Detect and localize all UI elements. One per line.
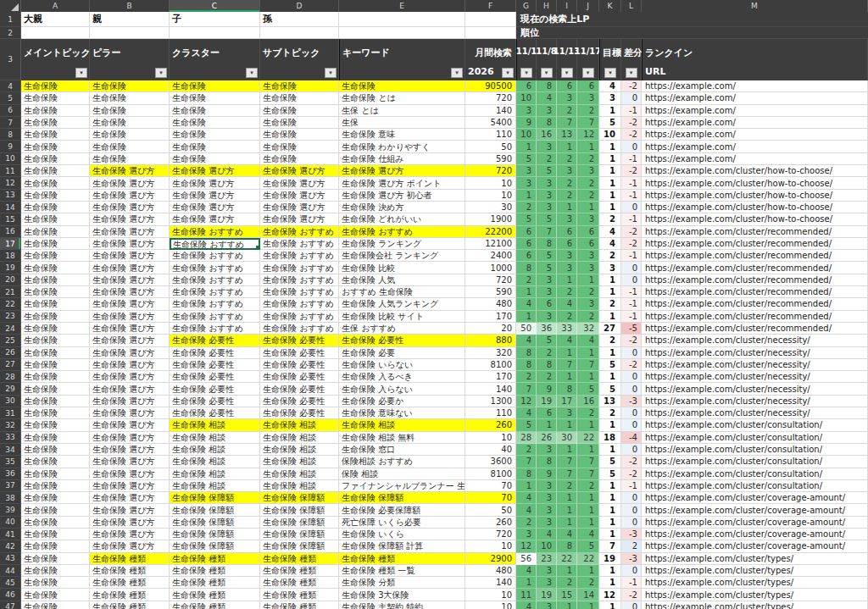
cell-F13[interactable]: 10 <box>465 190 516 202</box>
header-cell-keyword[interactable]: キーワード ▾ <box>339 39 465 80</box>
cell-C42[interactable]: 生命保険 保障額 <box>170 540 260 552</box>
cell-K30[interactable]: 13 <box>599 396 621 407</box>
fill-handle[interactable] <box>255 245 259 249</box>
cell-A30[interactable]: 生命保険 <box>21 396 90 407</box>
cell-H46[interactable]: 19 <box>537 589 557 601</box>
cell-H28[interactable]: 2 <box>537 371 557 383</box>
cell-G16[interactable]: 6 <box>516 226 537 238</box>
cell-A10[interactable]: 生命保険 <box>21 153 90 165</box>
cell-G42[interactable]: 12 <box>516 540 537 552</box>
cell-K36[interactable]: 5 <box>599 468 621 480</box>
cell-D36[interactable]: 生命保険 相談 <box>260 468 339 480</box>
cell-M33[interactable]: https://example.com/cluster/consultation… <box>642 432 868 444</box>
cell-D7[interactable]: 生命保険 <box>260 117 339 129</box>
cell-D17[interactable]: 生命保険 おすすめ <box>260 238 339 250</box>
cell-A7[interactable]: 生命保険 <box>21 117 90 129</box>
cell-G22[interactable]: 4 <box>516 298 537 310</box>
cell-J47[interactable]: 1 <box>577 601 599 609</box>
column-header-I[interactable]: I <box>557 0 577 12</box>
cell-B30[interactable]: 生命保険 選び方 <box>90 396 170 407</box>
cell-M42[interactable]: https://example.com/cluster/coverage-amo… <box>642 540 868 552</box>
cell-I21[interactable]: 2 <box>557 286 577 298</box>
cell-E11[interactable]: 生命保険 選び方 <box>339 165 465 177</box>
cell-A32[interactable]: 生命保険 <box>21 419 90 431</box>
row-header-2[interactable]: 2 <box>0 27 21 39</box>
cell-G12[interactable]: 3 <box>516 177 537 189</box>
cell-I23[interactable]: 2 <box>557 311 577 323</box>
cell-J7[interactable]: 7 <box>577 117 599 129</box>
cell-D16[interactable]: 生命保険 おすすめ <box>260 226 339 238</box>
cell-C47[interactable]: 生命保険 種類 <box>170 601 260 609</box>
cell-C21[interactable]: 生命保険 おすすめ <box>170 286 260 298</box>
cell-H30[interactable]: 19 <box>537 396 557 407</box>
cell-B23[interactable]: 生命保険 選び方 <box>90 311 170 323</box>
row-header-31[interactable]: 31 <box>0 407 21 419</box>
cell-A27[interactable]: 生命保険 <box>21 359 90 371</box>
cell-J27[interactable]: 7 <box>577 359 599 371</box>
cell-K7[interactable]: 5 <box>599 117 621 129</box>
cell-H25[interactable]: 5 <box>537 335 557 346</box>
cell-C38[interactable]: 生命保険 保障額 <box>170 492 260 504</box>
cell-L37[interactable]: -1 <box>621 480 642 492</box>
cell-B19[interactable]: 生命保険 選び方 <box>90 262 170 274</box>
cell-H19[interactable]: 5 <box>537 262 557 274</box>
cell-B12[interactable]: 生命保険 選び方 <box>90 177 170 189</box>
cell-B35[interactable]: 生命保険 選び方 <box>90 456 170 468</box>
cell-B34[interactable]: 生命保険 選び方 <box>90 444 170 456</box>
filter-button-E[interactable]: ▾ <box>451 68 463 78</box>
cell-L36[interactable]: -2 <box>621 468 642 480</box>
cell-B39[interactable]: 生命保険 選び方 <box>90 504 170 516</box>
cell-J8[interactable]: 12 <box>577 129 599 141</box>
cell-M11[interactable]: https://example.com/cluster/how-to-choos… <box>642 165 868 177</box>
cell-C32[interactable]: 生命保険 相談 <box>170 419 260 431</box>
cell-H10[interactable]: 2 <box>537 153 557 165</box>
cell-K31[interactable]: 2 <box>599 407 621 419</box>
cell-I26[interactable]: 1 <box>557 347 577 359</box>
cell-F21[interactable]: 590 <box>465 286 516 298</box>
filter-button-L[interactable]: ▾ <box>626 68 637 78</box>
cell-A19[interactable]: 生命保険 <box>21 262 90 274</box>
cell-D30[interactable]: 生命保険 必要性 <box>260 396 339 407</box>
cell-B28[interactable]: 生命保険 選び方 <box>90 371 170 383</box>
cell-H35[interactable]: 8 <box>537 456 557 468</box>
cell-I44[interactable]: 1 <box>557 565 577 577</box>
cell-I37[interactable]: 2 <box>557 480 577 492</box>
cell-C19[interactable]: 生命保険 おすすめ <box>170 262 260 274</box>
cell-B13[interactable]: 生命保険 選び方 <box>90 190 170 202</box>
row-header-1[interactable]: 1 <box>0 12 21 27</box>
cell-E21[interactable]: おすすめ 生命保険 <box>339 286 465 298</box>
cell-A18[interactable]: 生命保険 <box>21 250 90 262</box>
header-cell-maintopic[interactable]: メイントピック ▾ <box>21 39 90 80</box>
cell-L25[interactable]: -2 <box>621 335 642 346</box>
cell-I39[interactable]: 1 <box>557 504 577 516</box>
cell-B43[interactable]: 生命保険 種類 <box>90 553 170 565</box>
cell-A47[interactable]: 生命保険 <box>21 601 90 609</box>
cell-F41[interactable]: 720 <box>465 529 516 540</box>
cell-I7[interactable]: 7 <box>557 117 577 129</box>
cell-F14[interactable]: 30 <box>465 202 516 213</box>
cell-I43[interactable]: 22 <box>557 553 577 565</box>
cell-B17[interactable]: 生命保険 選び方 <box>90 238 170 250</box>
cell-H41[interactable]: 4 <box>537 529 557 540</box>
cell-A34[interactable]: 生命保険 <box>21 444 90 456</box>
cell-B26[interactable]: 生命保険 選び方 <box>90 347 170 359</box>
cell-K11[interactable]: 1 <box>599 165 621 177</box>
cell-L28[interactable]: 0 <box>621 371 642 383</box>
cell-E42[interactable]: 生命保険 保障額 計算 <box>339 540 465 552</box>
cell-L34[interactable]: 0 <box>621 444 642 456</box>
row-header-25[interactable]: 25 <box>0 335 21 346</box>
cell-G2-rank-label[interactable]: 順位 <box>516 27 868 39</box>
cell-D13[interactable]: 生命保険 選び方 <box>260 190 339 202</box>
cell-A1[interactable]: 大親 <box>21 12 90 27</box>
cell-H13[interactable]: 3 <box>537 190 557 202</box>
cell-F18[interactable]: 2400 <box>465 250 516 262</box>
cell-J14[interactable]: 1 <box>577 202 599 213</box>
row-header-7[interactable]: 7 <box>0 117 21 129</box>
cell-E6[interactable]: 生保 とは <box>339 105 465 117</box>
cell-D11[interactable]: 生命保険 選び方 <box>260 165 339 177</box>
cell-G43[interactable]: 56 <box>516 553 537 565</box>
cell-E37[interactable]: ファイナンシャルプランナー 生命保険 <box>339 480 465 492</box>
cell-B38[interactable]: 生命保険 選び方 <box>90 492 170 504</box>
cell-F34[interactable]: 40 <box>465 444 516 456</box>
cell-H36[interactable]: 9 <box>537 468 557 480</box>
